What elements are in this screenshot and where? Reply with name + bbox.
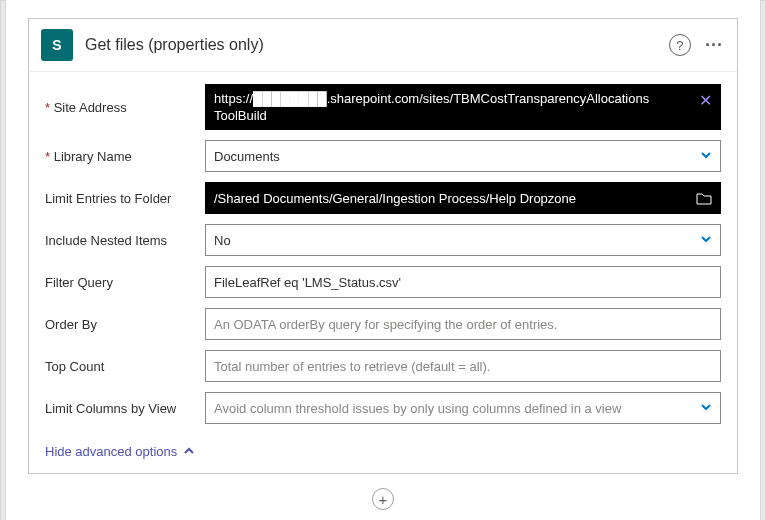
limit-columns-placeholder: Avoid column threshold issues by only us… xyxy=(214,401,694,416)
card-title: Get files (properties only) xyxy=(85,36,669,54)
chevron-up-icon xyxy=(183,445,195,459)
chevron-down-icon xyxy=(700,233,712,248)
limit-folder-label: Limit Entries to Folder xyxy=(45,191,205,206)
library-name-label: Library Name xyxy=(45,149,205,164)
site-address-label: Site Address xyxy=(45,100,205,115)
order-by-placeholder: An ODATA orderBy query for specifying th… xyxy=(214,317,712,332)
top-count-input[interactable]: Total number of entries to retrieve (def… xyxy=(205,350,721,382)
include-nested-value: No xyxy=(214,233,694,248)
help-icon[interactable]: ? xyxy=(669,34,691,56)
icon-letter: S xyxy=(52,37,61,53)
action-card: S Get files (properties only) ? ··· Site… xyxy=(28,18,738,474)
limit-columns-label: Limit Columns by View xyxy=(45,401,205,416)
site-address-input[interactable]: https://████████.sharepoint.com/sites/TB… xyxy=(205,84,721,130)
folder-picker-icon[interactable] xyxy=(696,191,712,205)
fields-area: Site Address https://████████.sharepoint… xyxy=(29,72,737,442)
more-menu-icon[interactable]: ··· xyxy=(705,35,723,56)
order-by-input[interactable]: An ODATA orderBy query for specifying th… xyxy=(205,308,721,340)
library-name-value: Documents xyxy=(214,149,694,164)
add-step-button[interactable]: + xyxy=(372,488,394,510)
sharepoint-icon: S xyxy=(41,29,73,61)
library-name-select[interactable]: Documents xyxy=(205,140,721,172)
limit-folder-input[interactable]: /Shared Documents/General/Ingestion Proc… xyxy=(205,182,721,214)
include-nested-label: Include Nested Items xyxy=(45,233,205,248)
limit-columns-select[interactable]: Avoid column threshold issues by only us… xyxy=(205,392,721,424)
chevron-down-icon xyxy=(700,149,712,164)
hide-advanced-label: Hide advanced options xyxy=(45,444,177,459)
top-count-placeholder: Total number of entries to retrieve (def… xyxy=(214,359,712,374)
chevron-down-icon xyxy=(700,401,712,416)
filter-query-label: Filter Query xyxy=(45,275,205,290)
filter-query-input[interactable]: FileLeafRef eq 'LMS_Status.csv' xyxy=(205,266,721,298)
clear-icon[interactable]: ✕ xyxy=(699,91,712,110)
include-nested-select[interactable]: No xyxy=(205,224,721,256)
order-by-label: Order By xyxy=(45,317,205,332)
top-count-label: Top Count xyxy=(45,359,205,374)
add-step-connector: + xyxy=(28,474,738,510)
filter-query-value: FileLeafRef eq 'LMS_Status.csv' xyxy=(214,275,712,290)
card-header: S Get files (properties only) ? ··· xyxy=(29,19,737,72)
site-address-value: https://████████.sharepoint.com/sites/TB… xyxy=(214,91,693,125)
limit-folder-value: /Shared Documents/General/Ingestion Proc… xyxy=(214,191,690,206)
hide-advanced-link[interactable]: Hide advanced options xyxy=(45,444,195,459)
